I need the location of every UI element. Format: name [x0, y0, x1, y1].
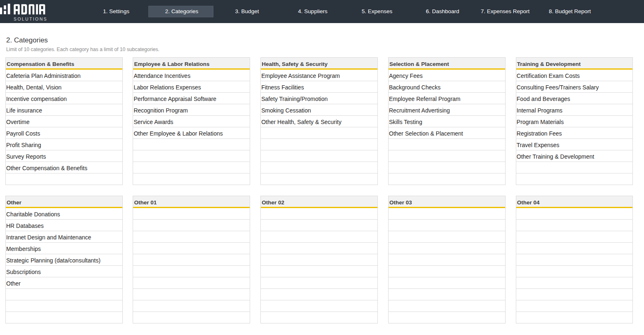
- svg-text:SOLUTIONS: SOLUTIONS: [14, 16, 47, 21]
